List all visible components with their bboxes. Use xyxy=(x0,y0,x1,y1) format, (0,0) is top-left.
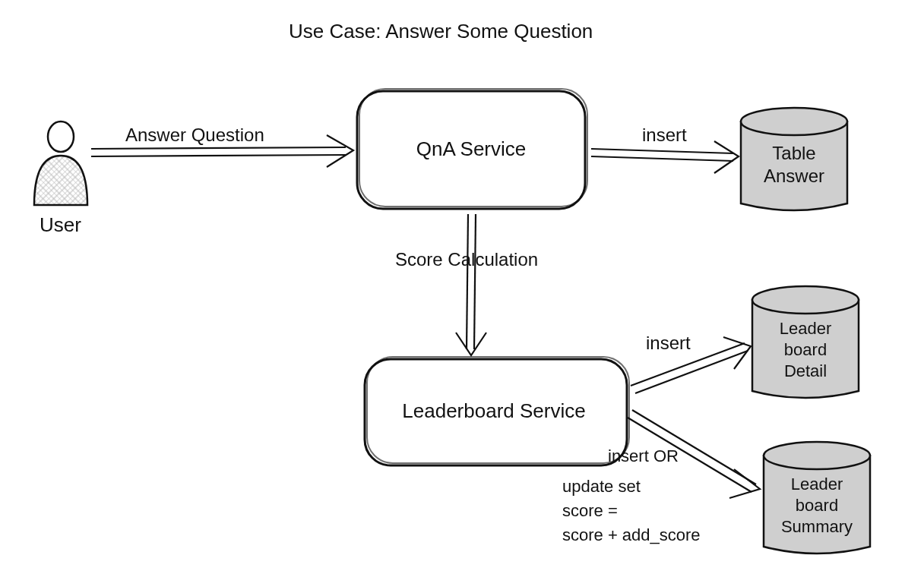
diagram-canvas: Use Case: Answer Some Question User QnA … xyxy=(0,0,924,574)
svg-line-15 xyxy=(91,155,346,156)
db-detail-line3: Detail xyxy=(784,361,827,380)
db-summary-line1: Leader xyxy=(791,475,843,494)
svg-line-18 xyxy=(467,214,468,349)
db-table-answer: Table Answer xyxy=(741,108,847,210)
node-leaderboard-service: Leaderboard Service xyxy=(365,357,629,465)
arrow-leader-to-detail: insert xyxy=(631,333,751,393)
db-summary-line2: board xyxy=(796,496,838,515)
db-detail-line2: board xyxy=(784,340,827,359)
arrow-user-to-qna-label: Answer Question xyxy=(125,125,264,145)
db-answer-line1: Table xyxy=(772,143,815,163)
db-leaderboard-summary: Leader board Summary xyxy=(764,442,870,554)
svg-point-6 xyxy=(48,121,74,152)
db-answer-line2: Answer xyxy=(764,166,824,186)
arrow-leader-to-summary-l1: insert OR xyxy=(608,446,679,465)
db-leaderboard-detail: Leader board Detail xyxy=(752,286,859,398)
db-detail-line1: Leader xyxy=(780,319,832,338)
arrow-leader-to-detail-label: insert xyxy=(646,333,691,353)
svg-line-14 xyxy=(91,147,346,149)
actor-user-label: User xyxy=(40,213,81,236)
arrow-leader-to-summary-l3: score = xyxy=(562,501,618,520)
arrow-leader-to-summary-l2: update set xyxy=(562,477,641,496)
arrow-qna-to-answer: insert xyxy=(591,125,739,173)
actor-user: User xyxy=(34,121,87,236)
svg-point-12 xyxy=(752,286,859,314)
svg-point-11 xyxy=(741,108,847,135)
svg-line-17 xyxy=(591,156,733,161)
arrow-qna-to-answer-label: insert xyxy=(642,125,687,145)
arrow-leader-to-summary-l4: score + add_score xyxy=(562,525,701,544)
svg-line-21 xyxy=(635,351,748,393)
svg-point-13 xyxy=(764,442,870,469)
node-qna-service: QnA Service xyxy=(357,89,587,209)
svg-line-16 xyxy=(591,149,733,153)
node-qna-label: QnA Service xyxy=(416,137,527,160)
arrow-qna-to-leaderboard: Score Calculation xyxy=(395,214,538,355)
node-leaderboard-label: Leaderboard Service xyxy=(402,399,585,422)
arrow-user-to-qna: Answer Question xyxy=(91,125,353,167)
arrow-qna-to-leader-label: Score Calculation xyxy=(395,249,538,270)
svg-line-19 xyxy=(474,214,476,349)
diagram-title: Use Case: Answer Some Question xyxy=(289,20,593,43)
db-summary-line3: Summary xyxy=(781,517,853,536)
